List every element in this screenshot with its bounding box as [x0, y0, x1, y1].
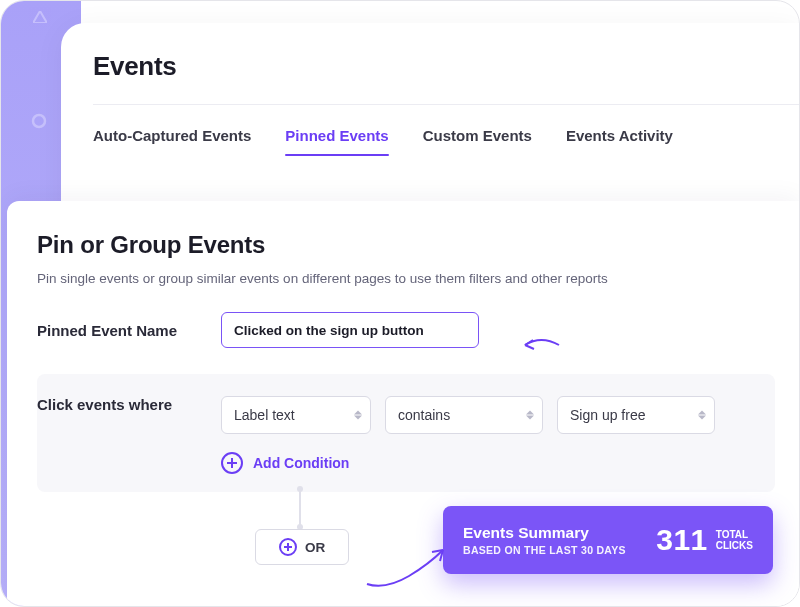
tab-auto-captured[interactable]: Auto-Captured Events — [93, 123, 251, 156]
pinned-name-row: Pinned Event Name — [37, 312, 775, 348]
connector-line — [299, 489, 301, 527]
condition-block: Click events where Label text contains S… — [37, 374, 775, 492]
or-label: OR — [305, 540, 325, 555]
select-operator[interactable]: contains — [385, 396, 543, 434]
tab-pinned-events[interactable]: Pinned Events — [285, 123, 388, 156]
stepper-icon — [354, 411, 362, 420]
condition-selects: Label text contains Sign up free — [221, 396, 753, 434]
select-attribute-value: Label text — [234, 407, 295, 423]
divider — [93, 104, 799, 105]
add-condition-button[interactable]: Add Condition — [221, 452, 753, 474]
summary-metric: TOTAL CLICKS — [716, 529, 753, 552]
tab-events-activity[interactable]: Events Activity — [566, 123, 673, 156]
or-button[interactable]: OR — [255, 529, 349, 565]
page-title: Events — [93, 51, 799, 82]
add-condition-label: Add Condition — [253, 455, 349, 471]
svg-point-0 — [33, 115, 45, 127]
panel-subtitle: Pin single events or group similar event… — [37, 271, 775, 286]
summary-count: 311 — [656, 523, 708, 557]
condition-label: Click events where — [37, 396, 197, 413]
app-frame: Events Auto-Captured Events Pinned Event… — [0, 0, 800, 607]
pinned-name-input[interactable] — [221, 312, 479, 348]
tabs: Auto-Captured Events Pinned Events Custo… — [93, 109, 799, 156]
select-operator-value: contains — [398, 407, 450, 423]
select-attribute[interactable]: Label text — [221, 396, 371, 434]
panel-title: Pin or Group Events — [37, 231, 775, 259]
summary-title: Events Summary — [463, 524, 626, 542]
select-value-text: Sign up free — [570, 407, 646, 423]
events-summary-card: Events Summary BASED ON THE LAST 30 DAYS… — [443, 506, 773, 574]
select-value[interactable]: Sign up free — [557, 396, 715, 434]
plus-icon — [221, 452, 243, 474]
summary-subtitle: BASED ON THE LAST 30 DAYS — [463, 544, 626, 556]
tab-custom-events[interactable]: Custom Events — [423, 123, 532, 156]
pinned-name-label: Pinned Event Name — [37, 322, 197, 339]
stepper-icon — [698, 411, 706, 420]
plus-icon — [279, 538, 297, 556]
stepper-icon — [526, 411, 534, 420]
